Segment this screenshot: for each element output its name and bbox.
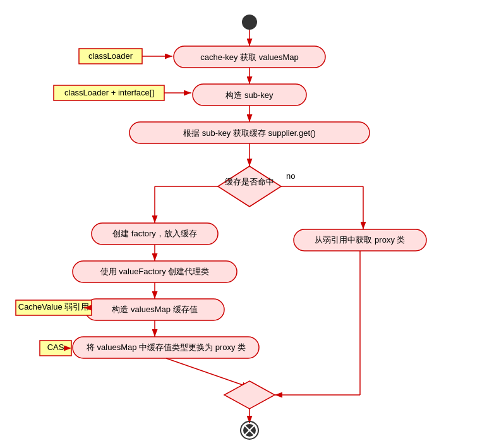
node5-text: 使用 valueFactory 创建代理类 [100, 267, 210, 276]
node7-text: 将 valuesMap 中缓存值类型更换为 proxy 类 [86, 342, 246, 352]
arrow-node7-merge [166, 358, 250, 387]
diamond1 [218, 166, 281, 207]
classloader2-text: classLoader + interface[] [64, 88, 154, 97]
diamond1-text: 缓存是否命中 [225, 177, 274, 186]
node3-text: 根据 sub-key 获取缓存 supplier.get() [183, 128, 316, 138]
node8-text: 从弱引用中获取 proxy 类 [315, 235, 405, 245]
node1-text: cache-key 获取 valuesMap [200, 52, 298, 62]
no-label: no [286, 171, 295, 181]
classloader1-text: classLoader [88, 51, 133, 61]
cachevalue-text: CacheValue 弱引用 [18, 302, 89, 312]
node2-text: 构造 sub-key [225, 90, 274, 100]
node4-text: 创建 factory，放入缓存 [112, 229, 197, 238]
diagram-container: cache-key 获取 valuesMap classLoader 构造 su… [3, 3, 496, 445]
start-node [242, 15, 257, 30]
merge-diamond [224, 381, 275, 409]
cas-text: CAS [47, 342, 64, 352]
node6-text: 构造 valuesMap 缓存值 [111, 305, 197, 314]
